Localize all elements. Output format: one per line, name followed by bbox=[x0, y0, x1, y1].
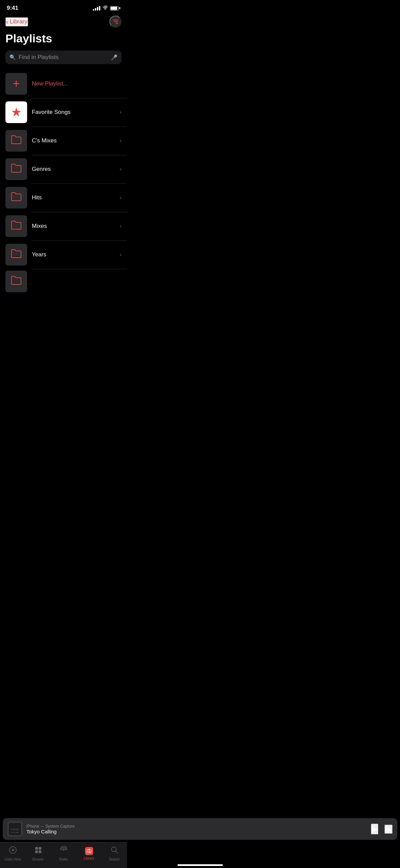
search-icon: 🔍 bbox=[9, 54, 16, 60]
playlist-thumb: ★ bbox=[5, 101, 27, 123]
playlist-info: Genres bbox=[32, 166, 115, 173]
playlist-info: C's Mixes bbox=[32, 137, 115, 144]
list-item[interactable]: Genres › bbox=[0, 155, 127, 183]
list-item[interactable]: Hits › bbox=[0, 183, 127, 212]
chevron-right-icon: › bbox=[120, 223, 122, 230]
playlist-info: Hits bbox=[32, 194, 115, 201]
playlist-name: Years bbox=[32, 251, 46, 258]
nav-bar: ‹ Library bbox=[0, 14, 127, 31]
chevron-right-icon: › bbox=[120, 166, 122, 173]
back-label: Library bbox=[10, 18, 27, 25]
chevron-right-icon: › bbox=[120, 137, 122, 144]
status-icons bbox=[93, 5, 120, 11]
playlist-thumb bbox=[5, 215, 27, 237]
folder-icon bbox=[11, 192, 22, 204]
list-item[interactable]: Mixes › bbox=[0, 212, 127, 240]
list-item[interactable]: Years › bbox=[0, 240, 127, 269]
playlist-name: Hits bbox=[32, 194, 42, 201]
sort-icon bbox=[113, 20, 118, 24]
folder-icon bbox=[11, 163, 22, 175]
back-button[interactable]: ‹ Library bbox=[5, 17, 28, 26]
playlist-name: New Playlist... bbox=[32, 80, 68, 87]
sort-button[interactable] bbox=[109, 16, 122, 28]
plus-icon: + bbox=[13, 77, 20, 91]
folder-icon bbox=[11, 135, 22, 147]
list-item[interactable]: C's Mixes › bbox=[0, 126, 127, 155]
playlist-thumb bbox=[5, 158, 27, 180]
search-placeholder: Find in Playlists bbox=[19, 54, 108, 61]
playlist-thumb bbox=[5, 187, 27, 209]
playlist-info: New Playlist... bbox=[32, 80, 122, 87]
playlist-thumb bbox=[5, 244, 27, 265]
signal-icon bbox=[93, 6, 100, 11]
chevron-right-icon: › bbox=[120, 194, 122, 201]
chevron-right-icon: › bbox=[120, 251, 122, 258]
folder-icon bbox=[11, 220, 22, 232]
playlist-info: Mixes bbox=[32, 223, 115, 230]
playlist-thumb bbox=[5, 130, 27, 152]
status-time: 9:41 bbox=[7, 5, 18, 12]
status-bar: 9:41 bbox=[0, 0, 127, 14]
playlist-name: Genres bbox=[32, 166, 51, 172]
page-title: Playlists bbox=[0, 31, 127, 51]
playlist-name: Mixes bbox=[32, 223, 47, 229]
playlist-info: Years bbox=[32, 251, 115, 258]
playlist-name: Favorite Songs bbox=[32, 109, 70, 115]
playlist-name: C's Mixes bbox=[32, 137, 57, 144]
playlist-thumb bbox=[5, 271, 27, 292]
playlist-info: Favorite Songs bbox=[32, 109, 115, 116]
list-item[interactable]: ★ Favorite Songs › bbox=[0, 98, 127, 126]
battery-icon bbox=[110, 6, 120, 11]
list-item[interactable]: + New Playlist... bbox=[0, 70, 127, 98]
search-bar[interactable]: 🔍 Find in Playlists 🎤 bbox=[5, 51, 122, 64]
folder-icon bbox=[11, 276, 22, 288]
chevron-right-icon: › bbox=[120, 109, 122, 116]
folder-icon bbox=[11, 249, 22, 261]
wifi-icon bbox=[102, 5, 108, 11]
playlist-list: + New Playlist... ★ Favorite Songs › C's… bbox=[0, 70, 127, 294]
playlist-thumb: + bbox=[5, 73, 27, 95]
mic-icon[interactable]: 🎤 bbox=[111, 54, 118, 61]
list-item[interactable] bbox=[0, 269, 127, 294]
back-chevron-icon: ‹ bbox=[6, 18, 8, 26]
star-icon: ★ bbox=[11, 105, 22, 119]
